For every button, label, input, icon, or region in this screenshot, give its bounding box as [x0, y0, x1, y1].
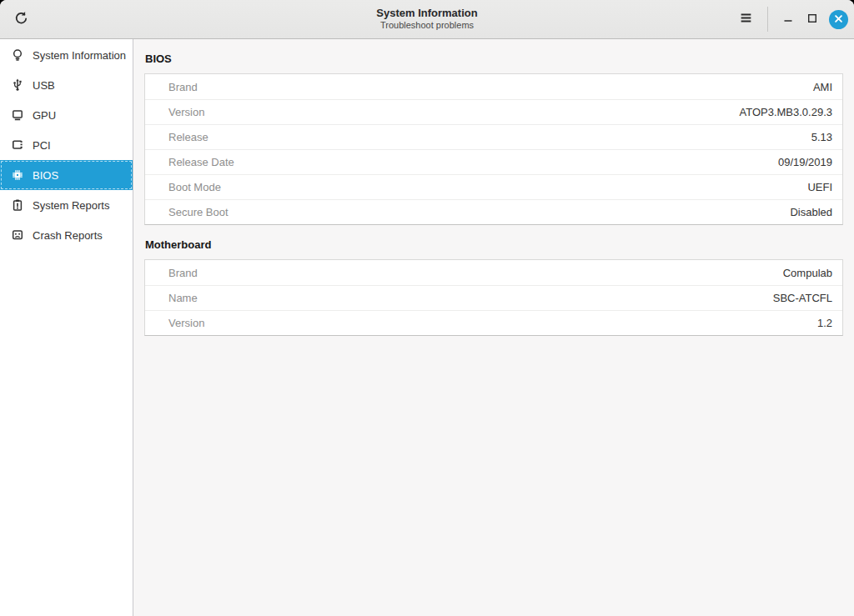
sidebar-item-label: BIOS [33, 169, 58, 182]
headerbar: System Information Troubleshoot problems [0, 0, 854, 39]
row-label: Name [168, 292, 198, 304]
sidebar-item-system-reports[interactable]: System Reports [0, 190, 133, 220]
section-title: Motherboard [145, 237, 843, 253]
window-body: System Information USB GPU PCI BIOS Syst… [0, 39, 854, 616]
sidebar-item-pci[interactable]: PCI [0, 130, 133, 160]
row-value: SBC-ATCFL [773, 292, 832, 304]
sidebar-item-gpu[interactable]: GPU [0, 100, 133, 130]
lightbulb-icon [10, 48, 24, 63]
sidebar-item-crash-reports[interactable]: Crash Reports [0, 220, 133, 250]
row-label: Brand [168, 81, 198, 93]
table-row-secure-boot: Secure Boot Disabled [145, 199, 842, 224]
row-value: 1.2 [817, 317, 832, 329]
pci-card-icon [10, 138, 24, 153]
row-value: 5.13 [811, 131, 832, 143]
window-title: System Information [376, 7, 477, 20]
usb-icon [10, 78, 24, 93]
maximize-icon [807, 13, 817, 26]
header-separator [767, 7, 768, 32]
table-row-brand: Brand Compulab [145, 260, 842, 285]
sidebar-item-usb[interactable]: USB [0, 70, 133, 100]
maximize-button[interactable] [801, 8, 823, 30]
app-window: System Information Troubleshoot problems [0, 0, 854, 616]
row-value: UEFI [807, 181, 832, 193]
row-label: Version [168, 317, 204, 329]
table-row-name: Name SBC-ATCFL [145, 285, 842, 310]
row-value: 09/19/2019 [778, 156, 832, 168]
row-value: Compulab [783, 267, 832, 279]
close-icon [834, 13, 843, 26]
display-icon [10, 108, 24, 123]
row-value: ATOP3.MB3.0.29.3 [739, 106, 832, 118]
row-label: Release Date [168, 156, 234, 168]
minimize-icon [783, 13, 793, 26]
window-subtitle: Troubleshoot problems [376, 20, 477, 32]
info-table: Brand Compulab Name SBC-ATCFL Version 1.… [144, 259, 843, 336]
row-label: Release [168, 131, 208, 143]
section-bios: BIOS Brand AMI Version ATOP3.MB3.0.29.3 … [144, 51, 843, 225]
sidebar-item-label: GPU [33, 109, 56, 122]
table-row-boot-mode: Boot Mode UEFI [145, 174, 842, 199]
sidebar-item-label: USB [33, 79, 55, 92]
row-label: Brand [168, 267, 198, 279]
window-controls [733, 0, 848, 38]
row-label: Version [168, 106, 204, 118]
table-row-release: Release 5.13 [145, 124, 842, 149]
minimize-button[interactable] [777, 8, 799, 30]
hamburger-menu-icon [739, 11, 753, 28]
refresh-icon [13, 10, 29, 28]
hamburger-menu-button[interactable] [733, 7, 758, 32]
window-title-stack: System Information Troubleshoot problems [376, 7, 477, 32]
info-table: Brand AMI Version ATOP3.MB3.0.29.3 Relea… [144, 73, 843, 225]
sidebar-item-label: System Information [33, 49, 126, 62]
row-value: Disabled [790, 206, 832, 218]
clipboard-alert-icon [10, 198, 24, 213]
main-content: BIOS Brand AMI Version ATOP3.MB3.0.29.3 … [133, 39, 854, 616]
row-label: Secure Boot [168, 206, 229, 218]
refresh-button[interactable] [8, 7, 33, 32]
section-title: BIOS [145, 51, 843, 67]
table-row-brand: Brand AMI [145, 74, 842, 99]
table-row-version: Version 1.2 [145, 310, 842, 335]
row-value: AMI [813, 81, 832, 93]
section-motherboard: Motherboard Brand Compulab Name SBC-ATCF… [144, 237, 843, 336]
row-label: Boot Mode [168, 181, 221, 193]
close-button[interactable] [829, 10, 848, 29]
table-row-release-date: Release Date 09/19/2019 [145, 149, 842, 174]
sidebar-item-label: System Reports [33, 199, 109, 212]
sidebar: System Information USB GPU PCI BIOS Syst… [0, 39, 133, 616]
sidebar-item-label: PCI [33, 139, 51, 152]
crash-face-icon [10, 228, 24, 243]
sidebar-item-system-information[interactable]: System Information [0, 40, 133, 70]
sidebar-item-bios[interactable]: BIOS [0, 160, 133, 190]
table-row-version: Version ATOP3.MB3.0.29.3 [145, 99, 842, 124]
sidebar-item-label: Crash Reports [33, 229, 103, 242]
chip-icon [10, 168, 24, 183]
